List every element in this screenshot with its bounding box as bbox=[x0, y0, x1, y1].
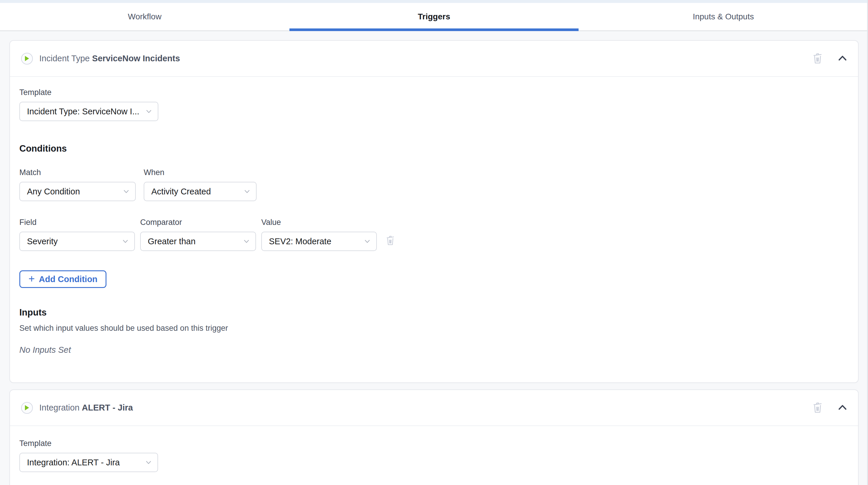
trash-icon bbox=[385, 235, 395, 246]
chevron-down-icon bbox=[146, 461, 151, 464]
add-condition-label: Add Condition bbox=[39, 274, 98, 284]
trigger-card-title: Incident Type ServiceNow Incidents bbox=[39, 54, 180, 63]
trigger-card-body: Template Incident Type: ServiceNow I... … bbox=[10, 77, 858, 355]
template-select-value: Integration: ALERT - Jira bbox=[27, 458, 120, 467]
chevron-down-icon bbox=[124, 190, 129, 193]
tab-inputs-outputs-label: Inputs & Outputs bbox=[693, 12, 754, 22]
play-icon bbox=[21, 402, 33, 414]
template-label: Template bbox=[19, 439, 849, 448]
collapse-trigger-button[interactable] bbox=[837, 403, 848, 412]
tab-workflow[interactable]: Workflow bbox=[0, 3, 289, 30]
field-label: Field bbox=[19, 218, 135, 227]
trigger-card-title: Integration ALERT - Jira bbox=[39, 403, 133, 413]
trigger-name: ServiceNow Incidents bbox=[92, 54, 180, 63]
condition-row: Field Severity Comparator Greater than bbox=[19, 218, 849, 251]
chevron-down-icon bbox=[146, 110, 151, 113]
tab-triggers-label: Triggers bbox=[418, 12, 450, 22]
delete-trigger-button[interactable] bbox=[811, 400, 824, 415]
trigger-card-header: Integration ALERT - Jira bbox=[10, 390, 858, 426]
inputs-heading: Inputs bbox=[19, 307, 849, 318]
tab-workflow-label: Workflow bbox=[128, 12, 162, 22]
match-select[interactable]: Any Condition bbox=[19, 182, 136, 201]
conditions-heading: Conditions bbox=[19, 143, 849, 154]
delete-trigger-button[interactable] bbox=[811, 51, 824, 66]
match-label: Match bbox=[19, 168, 136, 177]
field-select-value: Severity bbox=[27, 237, 58, 246]
inputs-description: Set which input values should be used ba… bbox=[19, 324, 849, 333]
trigger-name: ALERT - Jira bbox=[82, 403, 133, 412]
when-select[interactable]: Activity Created bbox=[144, 182, 256, 201]
chevron-down-icon bbox=[244, 240, 249, 243]
trash-icon bbox=[812, 52, 823, 65]
delete-condition-button[interactable] bbox=[384, 234, 396, 247]
template-select-value: Incident Type: ServiceNow I... bbox=[27, 107, 139, 116]
add-condition-button[interactable]: + Add Condition bbox=[19, 270, 106, 288]
comparator-select[interactable]: Greater than bbox=[140, 232, 256, 251]
trigger-card-integration: Integration ALERT - Jira bbox=[9, 389, 859, 485]
match-select-value: Any Condition bbox=[27, 187, 80, 196]
top-strip bbox=[0, 0, 868, 3]
template-label: Template bbox=[19, 88, 849, 97]
when-select-value: Activity Created bbox=[151, 187, 211, 196]
chevron-down-icon bbox=[365, 240, 370, 243]
triggers-panel: Incident Type ServiceNow Incidents bbox=[0, 31, 868, 485]
play-icon bbox=[21, 53, 33, 64]
no-inputs-text: No Inputs Set bbox=[19, 345, 849, 355]
trash-icon bbox=[812, 401, 823, 414]
template-select[interactable]: Incident Type: ServiceNow I... bbox=[19, 102, 158, 121]
comparator-label: Comparator bbox=[140, 218, 256, 227]
chevron-up-icon bbox=[838, 55, 847, 62]
field-select[interactable]: Severity bbox=[19, 232, 135, 251]
value-label: Value bbox=[261, 218, 377, 227]
value-select[interactable]: SEV2: Moderate bbox=[261, 232, 377, 251]
trigger-tab-bar: Workflow Triggers Inputs & Outputs bbox=[0, 3, 868, 31]
chevron-down-icon bbox=[123, 240, 128, 243]
trigger-type-label: Integration bbox=[39, 403, 80, 412]
chevron-down-icon bbox=[245, 190, 250, 193]
trigger-type-label: Incident Type bbox=[39, 54, 90, 63]
template-select[interactable]: Integration: ALERT - Jira bbox=[19, 453, 158, 472]
value-select-value: SEV2: Moderate bbox=[269, 237, 331, 246]
when-label: When bbox=[144, 168, 256, 177]
tab-triggers[interactable]: Triggers bbox=[289, 3, 579, 30]
trigger-card-incident-type: Incident Type ServiceNow Incidents bbox=[9, 40, 859, 383]
plus-icon: + bbox=[28, 273, 35, 284]
collapse-trigger-button[interactable] bbox=[837, 54, 848, 63]
comparator-select-value: Greater than bbox=[148, 237, 195, 246]
trigger-card-header: Incident Type ServiceNow Incidents bbox=[10, 41, 858, 77]
chevron-up-icon bbox=[838, 404, 847, 411]
trigger-card-body: Template Integration: ALERT - Jira bbox=[10, 426, 858, 485]
tab-inputs-outputs[interactable]: Inputs & Outputs bbox=[579, 3, 868, 30]
